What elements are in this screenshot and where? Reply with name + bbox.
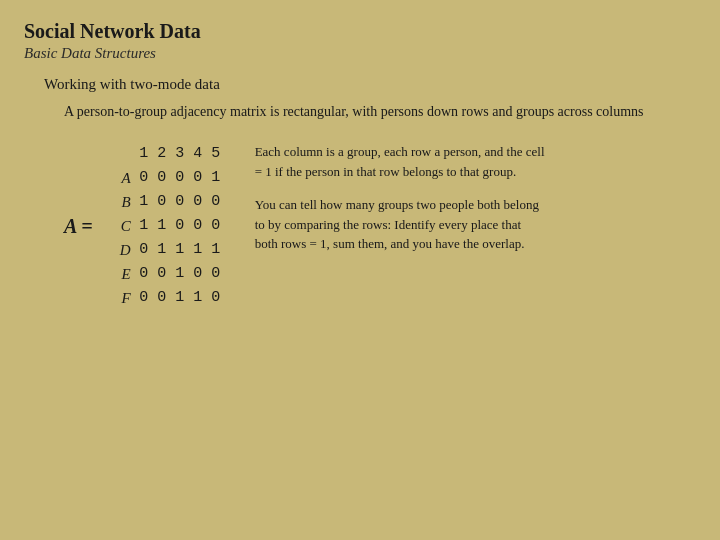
cell-d3: 1 <box>171 238 189 262</box>
section-heading: Working with two-mode data <box>44 76 696 93</box>
cell-e2: 0 <box>153 262 171 286</box>
cell-b4: 0 <box>189 190 207 214</box>
cell-f2: 0 <box>153 286 171 310</box>
cell-b3: 0 <box>171 190 189 214</box>
cell-f5: 0 <box>207 286 225 310</box>
cell-d1: 0 <box>135 238 153 262</box>
col-label-2: 2 <box>153 142 171 166</box>
matrix-row-b: B 1 0 0 0 0 <box>113 190 225 214</box>
matrix-row-a: A 0 0 0 0 1 <box>113 166 225 190</box>
row-label-d: D <box>113 238 135 262</box>
col-label-4: 4 <box>189 142 207 166</box>
matrix-row-e: E 0 0 1 0 0 <box>113 262 225 286</box>
cell-b5: 0 <box>207 190 225 214</box>
matrix-row-d: D 0 1 1 1 1 <box>113 238 225 262</box>
row-label-b: B <box>113 190 135 214</box>
cell-b1: 1 <box>135 190 153 214</box>
col-label-3: 3 <box>171 142 189 166</box>
cell-e5: 0 <box>207 262 225 286</box>
section-description: A person-to-group adjacency matrix is re… <box>64 101 696 122</box>
cell-d2: 1 <box>153 238 171 262</box>
cell-a3: 0 <box>171 166 189 190</box>
matrix: 1 2 3 4 5 A 0 0 0 0 1 B 1 <box>113 142 225 310</box>
cell-e4: 0 <box>189 262 207 286</box>
matrix-row-c: C 1 1 0 0 0 <box>113 214 225 238</box>
cell-a2: 0 <box>153 166 171 190</box>
cell-c4: 0 <box>189 214 207 238</box>
page: Social Network Data Basic Data Structure… <box>0 0 720 540</box>
cell-a5: 1 <box>207 166 225 190</box>
cell-d5: 1 <box>207 238 225 262</box>
cell-f3: 1 <box>171 286 189 310</box>
cell-f4: 1 <box>189 286 207 310</box>
row-label-a: A <box>113 166 135 190</box>
cell-c2: 1 <box>153 214 171 238</box>
matrix-area: A = 1 2 3 4 5 A 0 0 0 0 1 <box>64 142 225 310</box>
matrix-row-f: F 0 0 1 1 0 <box>113 286 225 310</box>
cell-f1: 0 <box>135 286 153 310</box>
cell-a1: 0 <box>135 166 153 190</box>
row-label-e: E <box>113 262 135 286</box>
main-content: A = 1 2 3 4 5 A 0 0 0 0 1 <box>64 142 696 310</box>
note-2: You can tell how many groups two people … <box>255 195 545 254</box>
page-subtitle: Basic Data Structures <box>24 45 696 62</box>
row-label-f: F <box>113 286 135 310</box>
cell-c3: 0 <box>171 214 189 238</box>
cell-a4: 0 <box>189 166 207 190</box>
note-1: Each column is a group, each row a perso… <box>255 142 545 181</box>
notes-area: Each column is a group, each row a perso… <box>255 142 545 310</box>
cell-b2: 0 <box>153 190 171 214</box>
col-label-5: 5 <box>207 142 225 166</box>
cell-d4: 1 <box>189 238 207 262</box>
cell-e1: 0 <box>135 262 153 286</box>
col-label-1: 1 <box>135 142 153 166</box>
page-title: Social Network Data <box>24 20 696 43</box>
cell-c1: 1 <box>135 214 153 238</box>
row-label-c: C <box>113 214 135 238</box>
cell-c5: 0 <box>207 214 225 238</box>
matrix-label: A = <box>64 215 93 238</box>
cell-e3: 1 <box>171 262 189 286</box>
matrix-col-headers: 1 2 3 4 5 <box>135 142 225 166</box>
